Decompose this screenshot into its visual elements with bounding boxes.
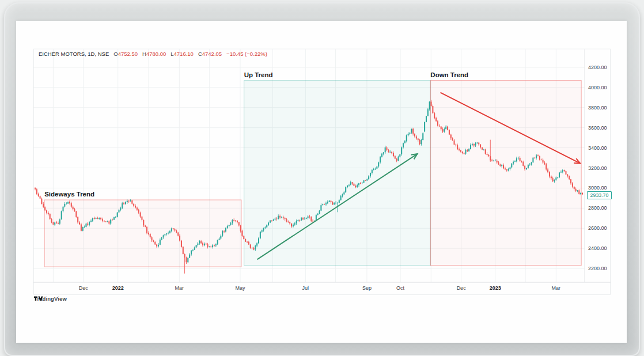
- ohlc-H: H4780.00: [142, 51, 166, 57]
- time-tick-label: Sep: [354, 285, 380, 291]
- last-price-tag: 2933.70: [587, 191, 612, 199]
- tradingview-watermark[interactable]: TradingView: [34, 296, 67, 302]
- time-tick-label: Jul: [292, 285, 319, 291]
- trend-label-up: Up Trend: [244, 71, 273, 78]
- symbol-header: EICHER MOTORS, 1D, NSE O4752.50H4780.00L…: [39, 51, 267, 57]
- trend-boxes: [44, 81, 581, 267]
- price-tick-label: 2800.00: [588, 205, 607, 211]
- ohlc-values: O4752.50H4780.00L4716.10C4742.05: [113, 51, 222, 57]
- change-value: −10.45 (−0.22%): [226, 51, 267, 57]
- price-tick-label: 2200.00: [588, 266, 607, 271]
- time-tick-label: May: [227, 285, 253, 291]
- ohlc-L: L4716.10: [171, 51, 194, 57]
- time-tick-label: Mar: [166, 285, 192, 291]
- price-tick-label: 3600.00: [588, 125, 607, 131]
- ohlc-C: C4742.05: [198, 51, 222, 57]
- tradingview-chart[interactable]: EICHER MOTORS, 1D, NSE O4752.50H4780.00L…: [0, 0, 644, 356]
- time-tick-label: Dec: [70, 285, 97, 291]
- tradingview-logo-icon: [34, 296, 43, 302]
- trend-label-down: Down Trend: [430, 71, 468, 78]
- price-tick-label: 4200.00: [588, 65, 607, 70]
- trend-box-up: [244, 81, 431, 266]
- time-tick-label: 2023: [482, 285, 509, 291]
- time-tick-label: Oct: [387, 285, 414, 291]
- trend-box-down: [430, 81, 581, 266]
- ohlc-O: O4752.50: [113, 51, 138, 57]
- symbol-title: EICHER MOTORS, 1D, NSE: [39, 51, 109, 57]
- time-tick-label: Mar: [543, 285, 569, 291]
- trend-label-sideways: Sideways Trend: [44, 191, 94, 198]
- time-tick-label: 2022: [105, 285, 131, 291]
- trend-box-sideways: [44, 200, 241, 267]
- price-tick-label: 2600.00: [588, 225, 607, 231]
- time-tick-label: Dec: [448, 285, 475, 291]
- price-tick-label: 2400.00: [588, 245, 607, 251]
- price-tick-label: 4000.00: [588, 85, 607, 90]
- price-tick-label: 3800.00: [588, 105, 607, 111]
- price-tick-label: 3200.00: [588, 165, 607, 171]
- price-tick-label: 3000.00: [588, 185, 607, 191]
- price-tick-label: 3400.00: [588, 145, 607, 151]
